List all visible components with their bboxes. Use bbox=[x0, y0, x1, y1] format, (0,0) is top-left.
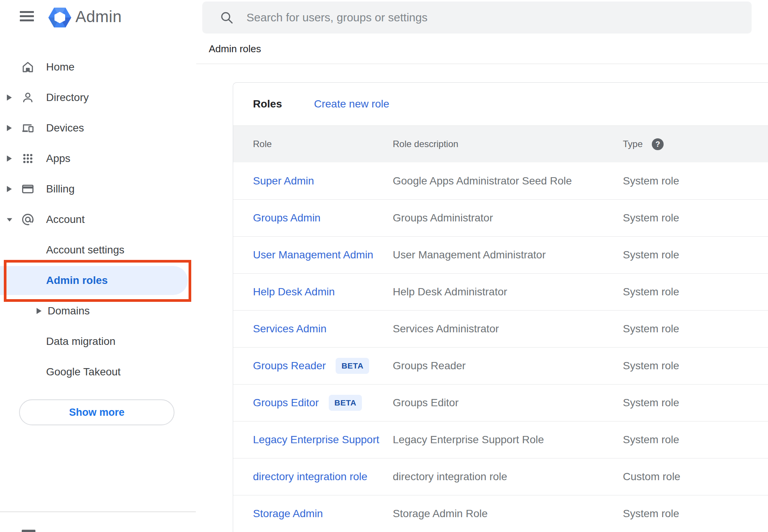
create-new-role-link[interactable]: Create new role bbox=[314, 98, 389, 110]
role-link[interactable]: Groups Editor bbox=[253, 397, 319, 409]
role-link[interactable]: Groups Admin bbox=[253, 212, 320, 224]
sidebar-item-google-takeout[interactable]: Google Takeout bbox=[0, 357, 196, 387]
sidebar-item-home[interactable]: Home bbox=[0, 52, 196, 82]
table-row: User Management Admin User Management Ad… bbox=[233, 236, 768, 273]
role-link[interactable]: Groups Reader bbox=[253, 360, 326, 372]
role-cell: Super Admin bbox=[253, 175, 393, 187]
sidebar-item-label: Admin roles bbox=[46, 265, 108, 296]
role-description: Legacy Enterprise Support Role bbox=[393, 434, 623, 446]
sidebar-item-domains[interactable]: Domains bbox=[0, 296, 196, 326]
sidebar-item-account-settings[interactable]: Account settings bbox=[0, 235, 196, 265]
sidebar-item-label: Account settings bbox=[46, 235, 124, 265]
role-description: Google Apps Administrator Seed Role bbox=[393, 175, 623, 187]
sidebar: Admin Home Directory bbox=[0, 0, 196, 532]
table-row: Help Desk Admin Help Desk Administrator … bbox=[233, 273, 768, 310]
table-row: Groups Reader BETA Groups Reader System … bbox=[233, 347, 768, 384]
sidebar-nav: Home Directory Devices bbox=[0, 52, 196, 387]
table-row: Services Admin Services Administrator Sy… bbox=[233, 310, 768, 347]
beta-badge: BETA bbox=[336, 358, 369, 374]
at-sign-icon bbox=[21, 213, 35, 226]
role-type: System role bbox=[623, 508, 768, 520]
credit-card-icon bbox=[21, 182, 35, 196]
column-header-type: Type ? bbox=[623, 138, 768, 150]
table-row: Groups Editor BETA Groups Editor System … bbox=[233, 384, 768, 421]
search-input[interactable]: Search for users, groups or settings bbox=[246, 11, 427, 24]
role-description: Services Administrator bbox=[393, 323, 623, 335]
role-cell: Legacy Enterprise Support bbox=[253, 434, 393, 446]
breadcrumb: Admin roles bbox=[209, 43, 768, 55]
apps-grid-icon bbox=[21, 152, 35, 165]
role-type: System role bbox=[623, 286, 768, 298]
table-row: Legacy Enterprise Support Legacy Enterpr… bbox=[233, 421, 768, 458]
cutoff-bottom-icon bbox=[22, 530, 35, 532]
chevron-right-icon[interactable] bbox=[7, 125, 12, 131]
role-cell: directory integration role bbox=[253, 471, 393, 483]
home-icon bbox=[21, 60, 35, 74]
role-description: Groups Administrator bbox=[393, 212, 623, 224]
role-link[interactable]: Help Desk Admin bbox=[253, 286, 335, 298]
column-header-type-label: Type bbox=[623, 139, 643, 149]
sidebar-item-account[interactable]: Account bbox=[0, 204, 196, 235]
role-type: System role bbox=[623, 212, 768, 224]
sidebar-item-label: Google Takeout bbox=[46, 357, 121, 387]
role-description: Groups Editor bbox=[393, 397, 623, 409]
chevron-right-icon[interactable] bbox=[7, 155, 12, 162]
role-description: Help Desk Administrator bbox=[393, 286, 623, 298]
table-row: directory integration role directory int… bbox=[233, 458, 768, 495]
search-bar[interactable]: Search for users, groups or settings bbox=[202, 2, 752, 34]
sidebar-item-billing[interactable]: Billing bbox=[0, 174, 196, 204]
column-header-description: Role description bbox=[393, 139, 623, 149]
sidebar-item-label: Apps bbox=[46, 143, 70, 174]
table-row: Super Admin Google Apps Administrator Se… bbox=[233, 162, 768, 199]
sidebar-item-directory[interactable]: Directory bbox=[0, 82, 196, 113]
sidebar-item-apps[interactable]: Apps bbox=[0, 143, 196, 174]
sidebar-item-label: Domains bbox=[48, 296, 90, 326]
sidebar-item-admin-roles[interactable]: Admin roles bbox=[0, 265, 196, 296]
sidebar-item-devices[interactable]: Devices bbox=[0, 113, 196, 143]
role-link[interactable]: Services Admin bbox=[253, 323, 326, 335]
devices-icon bbox=[21, 121, 35, 135]
sidebar-item-label: Devices bbox=[46, 113, 84, 143]
show-more-button[interactable]: Show more bbox=[19, 399, 174, 425]
sidebar-item-data-migration[interactable]: Data migration bbox=[0, 326, 196, 357]
role-cell: Groups Editor BETA bbox=[253, 395, 393, 411]
table-header-row: Role Role description Type ? bbox=[233, 125, 768, 162]
table-row: Groups Admin Groups Administrator System… bbox=[233, 199, 768, 236]
role-cell: Groups Reader BETA bbox=[253, 358, 393, 374]
role-type: Custom role bbox=[623, 471, 768, 483]
admin-console: Admin Home Directory bbox=[0, 0, 768, 532]
table-row: Storage Admin Storage Admin Role System … bbox=[233, 495, 768, 532]
role-link[interactable]: User Management Admin bbox=[253, 249, 373, 261]
chevron-right-icon[interactable] bbox=[7, 95, 12, 101]
role-type: System role bbox=[623, 397, 768, 409]
chevron-right-icon[interactable] bbox=[37, 308, 42, 314]
role-type: System role bbox=[623, 175, 768, 187]
role-link[interactable]: Super Admin bbox=[253, 175, 314, 187]
role-link[interactable]: directory integration role bbox=[253, 471, 367, 483]
role-cell: User Management Admin bbox=[253, 249, 393, 261]
column-header-role: Role bbox=[253, 139, 393, 149]
main-content: Search for users, groups or settings Adm… bbox=[196, 0, 768, 532]
role-description: Groups Reader bbox=[393, 360, 623, 372]
sidebar-item-label: Directory bbox=[46, 82, 89, 113]
chevron-down-icon[interactable] bbox=[7, 216, 12, 223]
sidebar-item-label: Billing bbox=[46, 174, 75, 204]
role-link[interactable]: Legacy Enterprise Support bbox=[253, 434, 379, 446]
active-item-highlight: Admin roles bbox=[0, 266, 188, 295]
role-cell: Groups Admin bbox=[253, 212, 393, 224]
roles-card: Roles Create new role Role Role descript… bbox=[233, 82, 768, 532]
role-description: Storage Admin Role bbox=[393, 508, 623, 520]
help-icon[interactable]: ? bbox=[652, 138, 664, 150]
beta-badge: BETA bbox=[329, 395, 362, 411]
card-title: Roles bbox=[253, 98, 282, 110]
person-icon bbox=[21, 91, 35, 104]
role-link[interactable]: Storage Admin bbox=[253, 508, 323, 520]
role-cell: Storage Admin bbox=[253, 508, 393, 520]
menu-icon[interactable] bbox=[20, 11, 34, 21]
chevron-right-icon[interactable] bbox=[7, 186, 12, 192]
divider bbox=[196, 64, 768, 64]
role-description: directory integration role bbox=[393, 471, 623, 483]
role-type: System role bbox=[623, 360, 768, 372]
app-title: Admin bbox=[75, 8, 122, 26]
sidebar-divider bbox=[0, 511, 196, 512]
